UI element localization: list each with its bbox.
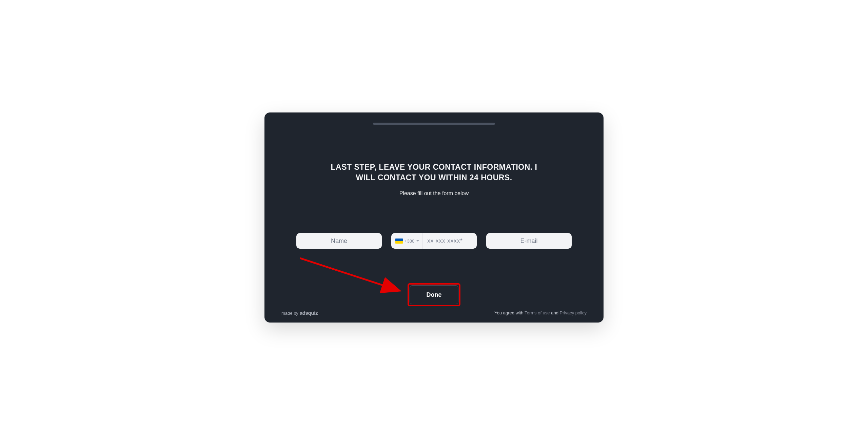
done-button[interactable]: Done	[410, 285, 458, 304]
agree-prefix: You agree with	[494, 310, 525, 315]
form-fields-row: +380	[281, 233, 587, 249]
name-input-wrapper	[296, 233, 382, 249]
country-code-selector[interactable]: +380	[391, 233, 422, 249]
made-by-brand: adsquiz	[299, 310, 318, 316]
form-subheading: Please fill out the form below	[399, 190, 469, 196]
agreement-text: You agree with Terms of use and Privacy …	[494, 310, 587, 315]
name-input[interactable]	[296, 233, 382, 249]
made-by-credit: made by adsquiz	[281, 310, 318, 316]
privacy-link[interactable]: Privacy policy	[560, 310, 587, 315]
phone-input-wrapper: +380	[391, 233, 477, 249]
email-input[interactable]	[486, 233, 572, 249]
contact-form-modal: LAST STEP, LEAVE YOUR CONTACT INFORMATIO…	[264, 112, 604, 323]
content-area: LAST STEP, LEAVE YOUR CONTACT INFORMATIO…	[281, 125, 587, 306]
form-heading: LAST STEP, LEAVE YOUR CONTACT INFORMATIO…	[326, 162, 542, 183]
and-separator: and	[550, 310, 560, 315]
ukraine-flag-icon	[395, 239, 403, 244]
modal-footer: made by adsquiz You agree with Terms of …	[281, 306, 587, 316]
chevron-down-icon	[416, 240, 419, 242]
done-button-wrapper: Done	[410, 285, 458, 304]
email-input-wrapper	[486, 233, 572, 249]
made-by-prefix: made by	[281, 311, 299, 316]
country-code-label: +380	[405, 239, 414, 244]
terms-link[interactable]: Terms of use	[525, 310, 550, 315]
